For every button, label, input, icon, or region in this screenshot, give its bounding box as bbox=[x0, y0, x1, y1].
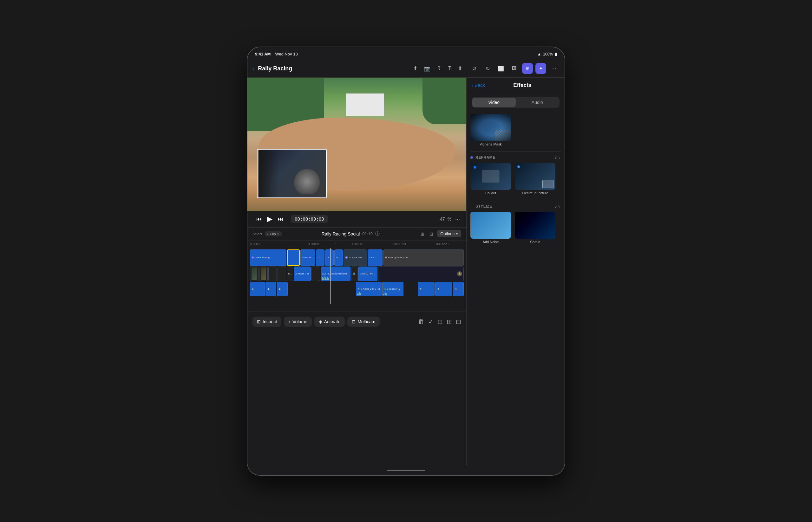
lower-badge-a[interactable]: 4 bbox=[418, 282, 435, 296]
reframe-header: REFRAME 2 ∨ bbox=[470, 155, 561, 160]
lower-1[interactable]: 1 bbox=[250, 282, 265, 296]
options-button[interactable]: Options ∨ bbox=[437, 230, 461, 237]
lower-2close[interactable]: 4 2-Close-ITV bbox=[382, 282, 404, 296]
broll-d[interactable]: D... bbox=[287, 266, 293, 281]
editor-area: ⏮ ▶ ⏭ 00:00:09:03 47 % ··· Select ▪ Clip bbox=[247, 78, 466, 466]
lower-badge-c[interactable]: 4 bbox=[453, 282, 464, 296]
callout-label: Callout bbox=[485, 191, 496, 195]
clip-li-1[interactable]: Li... bbox=[316, 249, 325, 266]
noise-thumbnail[interactable] bbox=[470, 212, 511, 239]
ipad-frame: 9:41 AM Wed Nov 13 ▲ 100% ▮ ‹ Rally Raci… bbox=[247, 47, 565, 475]
share-icon[interactable]: ⬆ bbox=[413, 65, 418, 72]
play-pause-button[interactable]: ▶ bbox=[265, 214, 275, 224]
volume-button[interactable]: ♪ Volume bbox=[284, 317, 312, 327]
track-row-3: 1 1 1 4 2-Angle 2-ITV_Sho... bbox=[250, 282, 464, 296]
clip-side-by-side[interactable]: ⊟ Side-by-Side Split bbox=[383, 249, 464, 266]
reframe-dot bbox=[470, 156, 473, 159]
broll-end[interactable]: 🔒 bbox=[378, 266, 464, 281]
clip-overlay-button[interactable]: ⊡ bbox=[428, 230, 434, 238]
export-icon[interactable]: ⬆ bbox=[458, 65, 462, 72]
clip-li-2[interactable]: Li... bbox=[325, 249, 334, 266]
comic-thumbnail[interactable] bbox=[515, 212, 555, 239]
more-options-button[interactable]: ··· bbox=[549, 63, 560, 74]
clip-2close-itv[interactable]: 4 2-Close-ITV bbox=[344, 249, 367, 266]
ruler-marks: 00:00:05 00:00:10 00:00:15 00:00:20 00:0… bbox=[250, 242, 464, 246]
options-label: Options bbox=[440, 232, 455, 236]
crop-button[interactable]: ⊡ bbox=[438, 318, 443, 325]
undo-button[interactable]: ↺ bbox=[469, 63, 480, 74]
voiceover-icon[interactable]: 🎙 bbox=[437, 66, 442, 71]
multicam-toolbar-icon: ⊟ bbox=[352, 319, 355, 324]
effects-back-button[interactable]: ‹ Back bbox=[472, 82, 485, 88]
audio-detach-button[interactable]: ⊟ bbox=[456, 318, 461, 325]
transform-button[interactable]: ⊞ bbox=[447, 318, 452, 325]
callout-thumbnail[interactable] bbox=[470, 163, 511, 190]
broll-2angle[interactable]: 2-Angle 2-IT... bbox=[294, 266, 311, 281]
back-button[interactable]: ‹ bbox=[252, 66, 254, 71]
tab-audio[interactable]: Audio bbox=[516, 98, 559, 107]
clip-live-dra[interactable]: Live Dra... bbox=[301, 249, 315, 266]
skip-back-button[interactable]: ⏮ bbox=[254, 215, 265, 224]
multicam-view-button[interactable]: ⊞ bbox=[419, 230, 426, 238]
bottom-toolbar: ⊞ Inspect ♪ Volume ◈ Animate ⊟ Multicam … bbox=[247, 312, 466, 332]
broll-2[interactable] bbox=[259, 266, 268, 281]
reframe-chevron-icon[interactable]: ∨ bbox=[558, 155, 561, 160]
broll-3[interactable] bbox=[268, 266, 277, 281]
status-right: ▲ 100% ▮ bbox=[537, 52, 557, 56]
zoom-control: 47 % bbox=[440, 217, 451, 222]
multicam-toolbar-button[interactable]: ⊟ Multicam bbox=[347, 317, 380, 327]
clip-selected[interactable] bbox=[287, 249, 300, 266]
lower-badge-b[interactable]: 4 bbox=[435, 282, 452, 296]
vignette-thumbnail[interactable] bbox=[470, 114, 511, 141]
tab-video[interactable]: Video bbox=[472, 98, 516, 107]
broll-dji[interactable]: DJI_20240910185601_ bbox=[321, 266, 350, 281]
back-arrow-icon: ‹ bbox=[472, 82, 473, 88]
broll-6[interactable] bbox=[311, 266, 320, 281]
pip-thumbnail[interactable] bbox=[515, 163, 555, 190]
project-title: Rally Racing bbox=[258, 65, 413, 72]
redo-button[interactable]: ↻ bbox=[482, 63, 493, 74]
broll-badge[interactable]: 4 bbox=[351, 266, 357, 281]
text-icon[interactable]: T bbox=[448, 66, 451, 71]
clip-live-end[interactable]: Live... bbox=[368, 249, 383, 266]
skip-forward-button[interactable]: ⏭ bbox=[275, 215, 286, 224]
inspect-button[interactable]: ⊞ Inspect bbox=[252, 317, 281, 327]
home-indicator bbox=[247, 466, 565, 475]
photo-button[interactable]: 🖼 bbox=[509, 63, 520, 74]
browser-button[interactable]: ⬜ bbox=[496, 63, 506, 74]
clip-li-3[interactable]: Li... bbox=[334, 249, 343, 266]
clip-live-drawing[interactable]: A Live Drawing bbox=[250, 249, 286, 266]
playhead[interactable] bbox=[330, 248, 331, 304]
panel-header: ‹ Back Effects bbox=[467, 78, 565, 93]
broll-4[interactable] bbox=[277, 266, 286, 281]
approve-button[interactable]: ✓ bbox=[428, 318, 433, 325]
back-chevron-icon: ‹ bbox=[252, 66, 254, 71]
timeline-options: ⊞ ⊡ Options ∨ bbox=[419, 230, 461, 238]
animate-button[interactable]: ◈ Animate bbox=[314, 317, 345, 327]
lower-2angle[interactable]: 4 2-Angle 2-ITV_Sho... bbox=[356, 282, 382, 296]
vignette-effect: Vignette Mask bbox=[470, 114, 511, 146]
lower-3[interactable]: 1 bbox=[277, 282, 288, 296]
camera-add-icon[interactable]: 📷 bbox=[424, 66, 430, 72]
waveform bbox=[322, 276, 350, 280]
stylize-chevron-icon[interactable]: ∨ bbox=[558, 204, 561, 208]
broll-1[interactable] bbox=[250, 266, 258, 281]
back-link-label: Back bbox=[475, 82, 485, 88]
divider-2 bbox=[470, 200, 561, 200]
main-content: ⏮ ▶ ⏭ 00:00:09:03 47 % ··· Select ▪ Clip bbox=[247, 78, 565, 466]
timeline-tracks: A Live Drawing Live Dra... Li... Li... bbox=[247, 248, 466, 312]
lower-2angle-badge: 4 bbox=[357, 288, 360, 290]
home-bar[interactable] bbox=[387, 470, 425, 471]
magic-button[interactable]: ✦ bbox=[536, 63, 546, 74]
callout-effect: Callout bbox=[470, 163, 511, 195]
vignette-label: Vignette Mask bbox=[480, 142, 502, 146]
trees-right bbox=[423, 78, 466, 124]
multicam-button[interactable]: ⊞ bbox=[522, 63, 533, 74]
playback-more-button[interactable]: ··· bbox=[455, 216, 460, 222]
clip-info-icon[interactable]: ⓘ bbox=[375, 231, 380, 237]
battery-icon: ▮ bbox=[555, 52, 557, 56]
delete-button[interactable]: 🗑 bbox=[418, 318, 424, 325]
pip-interior bbox=[257, 149, 326, 198]
lower-2[interactable]: 1 bbox=[266, 282, 276, 296]
broll-iphone[interactable]: 240910_iPh... bbox=[358, 266, 378, 281]
